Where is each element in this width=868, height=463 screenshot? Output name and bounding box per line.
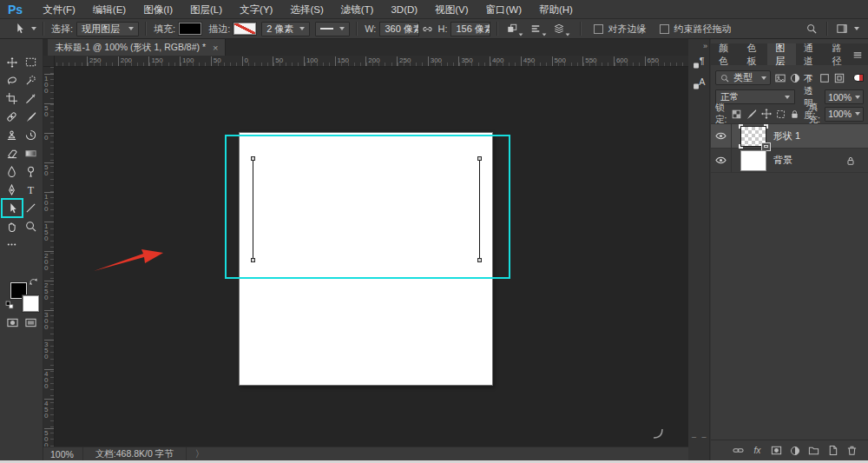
type-tool[interactable]: T xyxy=(22,182,41,198)
zoom-level-field[interactable]: 100% xyxy=(43,449,82,460)
menu-view[interactable]: 视图(V) xyxy=(426,0,477,19)
default-colors-icon[interactable] xyxy=(5,301,14,311)
quick-mask-mode-icon[interactable] xyxy=(7,317,18,328)
gradient-tool[interactable] xyxy=(22,145,41,162)
menu-select[interactable]: 选择(S) xyxy=(281,0,332,19)
vertical-ruler[interactable]: 10050050100150200250300350400450500 xyxy=(43,67,55,446)
lock-transparent-pixels-icon[interactable] xyxy=(732,109,741,119)
path-selection-tool[interactable] xyxy=(3,200,22,216)
lock-image-pixels-icon[interactable] xyxy=(746,109,757,120)
path-arrangement-icon[interactable] xyxy=(554,23,570,34)
blend-mode-dropdown[interactable]: 正常 xyxy=(715,89,795,104)
layer-name[interactable]: 形状 1 xyxy=(773,129,800,142)
history-brush-tool[interactable] xyxy=(22,127,41,143)
shape-height-input[interactable]: 156 像素 xyxy=(450,22,490,36)
crop-tool[interactable] xyxy=(3,90,22,107)
panel-tab-layers[interactable]: 图层 xyxy=(767,43,796,65)
dodge-tool[interactable] xyxy=(22,163,41,180)
layer-filter-toggle[interactable] xyxy=(853,74,864,82)
opacity-dropdown[interactable]: 100% xyxy=(825,89,864,104)
layer-row-background[interactable]: 背景 xyxy=(711,149,868,173)
move-tool[interactable] xyxy=(3,54,22,70)
fill-opacity-dropdown[interactable]: 100% xyxy=(825,107,864,122)
layer-style-fx-icon[interactable]: fx xyxy=(752,445,763,456)
path-operations-icon[interactable] xyxy=(507,23,523,34)
h-ruler-label: 150 xyxy=(148,56,162,64)
stroke-swatch[interactable] xyxy=(233,23,256,35)
paragraph-panel-icon[interactable]: ¶ xyxy=(688,51,710,72)
lock-position-icon[interactable] xyxy=(761,109,772,119)
filter-pixel-layers-icon[interactable] xyxy=(775,73,786,83)
shape-width-input[interactable]: 360 像素 xyxy=(379,22,419,36)
lock-label: 锁定: xyxy=(715,102,727,126)
line-tool[interactable] xyxy=(22,200,41,216)
menu-edit[interactable]: 编辑(E) xyxy=(84,0,135,19)
add-layer-mask-icon[interactable] xyxy=(771,445,782,456)
select-mode-dropdown[interactable]: 现用图层 xyxy=(76,22,139,36)
fill-swatch[interactable] xyxy=(179,23,201,35)
menu-image[interactable]: 图像(I) xyxy=(135,0,181,19)
layer-visibility-eye-icon[interactable] xyxy=(711,124,732,148)
path-alignment-icon[interactable] xyxy=(530,23,547,34)
menu-filter[interactable]: 滤镜(T) xyxy=(332,0,383,19)
search-icon[interactable] xyxy=(806,23,817,34)
workspace-chevron-icon[interactable] xyxy=(854,27,859,30)
expand-dock-icon[interactable]: » xyxy=(703,42,707,50)
panel-tab-swatches[interactable]: 色板 xyxy=(740,43,768,65)
more-tools[interactable] xyxy=(3,236,22,253)
layer-visibility-eye-icon[interactable] xyxy=(711,149,732,172)
delete-layer-icon[interactable] xyxy=(846,445,858,456)
character-panel-icon[interactable]: A xyxy=(688,72,710,93)
new-adjustment-layer-icon[interactable] xyxy=(790,446,800,456)
new-group-icon[interactable] xyxy=(808,445,819,456)
lasso-tool[interactable] xyxy=(3,72,22,89)
clone-stamp-tool[interactable] xyxy=(3,127,22,143)
zoom-tool[interactable] xyxy=(22,218,41,235)
pen-tool[interactable] xyxy=(3,182,22,198)
filter-kind-dropdown[interactable]: 类型 xyxy=(715,70,771,85)
workspace-switcher-icon[interactable] xyxy=(837,23,847,34)
link-dimensions-icon[interactable] xyxy=(422,23,433,35)
panel-tab-color[interactable]: 颜色 xyxy=(711,43,740,65)
filter-adjustment-layers-icon[interactable] xyxy=(790,73,800,83)
background-color-swatch[interactable] xyxy=(23,295,39,312)
v-ruler-label: 50 xyxy=(44,103,51,117)
stroke-type-dropdown[interactable] xyxy=(315,22,350,36)
panel-menu-icon[interactable] xyxy=(852,43,868,65)
screen-mode-icon[interactable] xyxy=(25,317,36,328)
swap-colors-icon[interactable] xyxy=(29,277,38,288)
eyedropper-tool[interactable] xyxy=(22,90,41,107)
tool-preset-chevron-icon[interactable] xyxy=(31,27,36,30)
lock-all-icon[interactable] xyxy=(790,109,799,119)
spot-healing-brush-tool[interactable] xyxy=(3,109,22,125)
layer-name[interactable]: 背景 xyxy=(773,154,792,167)
filter-smart-objects-icon[interactable] xyxy=(834,73,845,83)
close-tab-icon[interactable]: × xyxy=(213,43,218,53)
align-edges-checkbox[interactable] xyxy=(594,24,603,34)
status-options-chevron[interactable]: 〉 xyxy=(187,448,214,460)
eraser-tool[interactable] xyxy=(3,145,22,162)
canvas-resize-grip-icon[interactable] xyxy=(652,427,664,440)
layer-row-shape-1[interactable]: 形状 1 xyxy=(711,124,868,149)
rectangular-marquee-tool[interactable] xyxy=(22,54,41,70)
panel-tab-paths[interactable]: 路径 xyxy=(824,43,852,65)
menu-type[interactable]: 文字(Y) xyxy=(231,0,281,19)
menu-help[interactable]: 帮助(H) xyxy=(530,0,582,19)
hand-tool[interactable] xyxy=(3,218,22,235)
panel-tab-channels[interactable]: 通道 xyxy=(796,43,825,65)
link-layers-icon[interactable] xyxy=(733,445,744,456)
lock-artboard-icon[interactable] xyxy=(776,109,786,119)
menu-3d[interactable]: 3D(D) xyxy=(382,0,426,19)
constrain-path-drag-checkbox[interactable] xyxy=(660,24,669,34)
menu-layer[interactable]: 图层(L) xyxy=(181,0,231,19)
stroke-width-dropdown[interactable]: 2 像素 xyxy=(261,22,310,36)
document-tab[interactable]: 未标题-1 @ 100% (形状 1, RGB/8#) * × xyxy=(48,39,226,56)
blur-tool[interactable] xyxy=(3,163,22,180)
menu-file[interactable]: 文件(F) xyxy=(34,0,84,19)
horizontal-ruler[interactable]: 2502001501005005010015020025030035040045… xyxy=(55,56,688,67)
brush-tool[interactable] xyxy=(22,109,41,125)
new-layer-icon[interactable] xyxy=(827,445,838,456)
layer-thumbnail-background[interactable] xyxy=(740,150,766,171)
quick-selection-tool[interactable] xyxy=(22,72,41,89)
menu-window[interactable]: 窗口(W) xyxy=(477,0,530,19)
